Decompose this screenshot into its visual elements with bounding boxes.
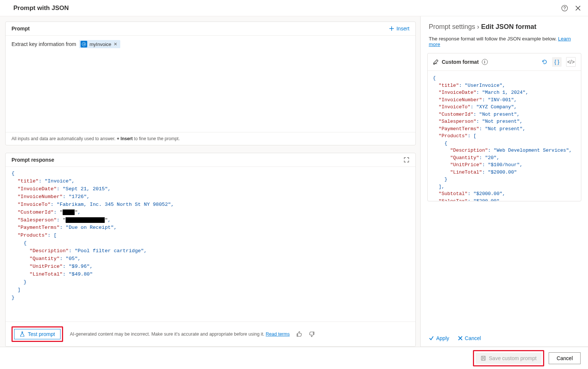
close-icon[interactable] <box>575 6 581 11</box>
custom-format-label: Custom format <box>442 59 479 65</box>
variable-label: myInvoice <box>89 42 111 47</box>
apply-button[interactable]: Apply <box>429 335 449 341</box>
ai-disclaimer: AI-generated content may be incorrect. M… <box>70 332 266 337</box>
save-custom-prompt-button[interactable]: Save custom prompt <box>476 353 542 364</box>
breadcrumb-separator: › <box>477 23 481 30</box>
insert-button[interactable]: Insert <box>389 26 409 32</box>
test-prompt-button[interactable]: Test prompt <box>14 329 61 339</box>
edit-icon <box>433 59 439 65</box>
reset-icon[interactable] <box>542 59 548 65</box>
help-icon[interactable] <box>561 5 568 11</box>
side-cancel-button[interactable]: Cancel <box>458 335 481 341</box>
insert-label: Insert <box>396 26 409 32</box>
prompt-header: Prompt <box>12 26 30 32</box>
response-json-view[interactable]: { "title": "Invoice", "InvoiceDate": "Se… <box>6 167 415 322</box>
prompt-footer-hint: All inputs and data are automatically us… <box>6 132 415 145</box>
code-view-toggle[interactable]: </> <box>566 57 576 67</box>
variable-icon <box>81 41 87 47</box>
thumbs-up-icon[interactable] <box>296 331 302 337</box>
side-cancel-label: Cancel <box>465 335 481 341</box>
save-label: Save custom prompt <box>489 355 536 361</box>
response-card: Prompt response { "title": "Invoice", "I… <box>5 153 416 347</box>
json-view-toggle[interactable]: { } <box>552 57 562 67</box>
variable-chip[interactable]: myInvoice ✕ <box>79 40 120 48</box>
response-header: Prompt response <box>12 157 54 163</box>
custom-format-card: Custom format i { } </> { "title": "User… <box>427 53 581 201</box>
info-icon[interactable]: i <box>482 59 488 65</box>
prompt-editor[interactable]: Extract key information from myInvoice ✕ <box>6 36 415 132</box>
expand-icon[interactable] <box>404 157 409 163</box>
remove-variable-icon[interactable]: ✕ <box>114 42 117 47</box>
svg-point-1 <box>564 9 565 10</box>
prompt-text-prefix: Extract key information from <box>12 41 76 47</box>
cancel-button[interactable]: Cancel <box>549 352 581 364</box>
breadcrumb-current: Edit JSON format <box>481 23 536 30</box>
page-title: Prompt with JSON <box>13 4 69 12</box>
breadcrumb-root[interactable]: Prompt settings <box>429 23 475 30</box>
thumbs-down-icon[interactable] <box>309 331 315 337</box>
read-terms-link[interactable]: Read terms <box>266 332 290 337</box>
side-subtext: The response format will follow the JSON… <box>429 36 558 42</box>
titlebar: Prompt with JSON <box>0 0 588 16</box>
global-footer: Save custom prompt Cancel <box>0 347 588 369</box>
svg-rect-3 <box>481 356 486 360</box>
prompt-card: Prompt Insert Extract key information fr… <box>5 22 416 145</box>
breadcrumb: Prompt settings › Edit JSON format <box>429 23 580 31</box>
test-prompt-label: Test prompt <box>28 331 55 337</box>
apply-label: Apply <box>436 335 449 341</box>
side-panel: Prompt settings › Edit JSON format The r… <box>420 16 588 347</box>
format-json-editor[interactable]: { "title": "UserInvoice", "InvoiceDate":… <box>428 71 581 201</box>
